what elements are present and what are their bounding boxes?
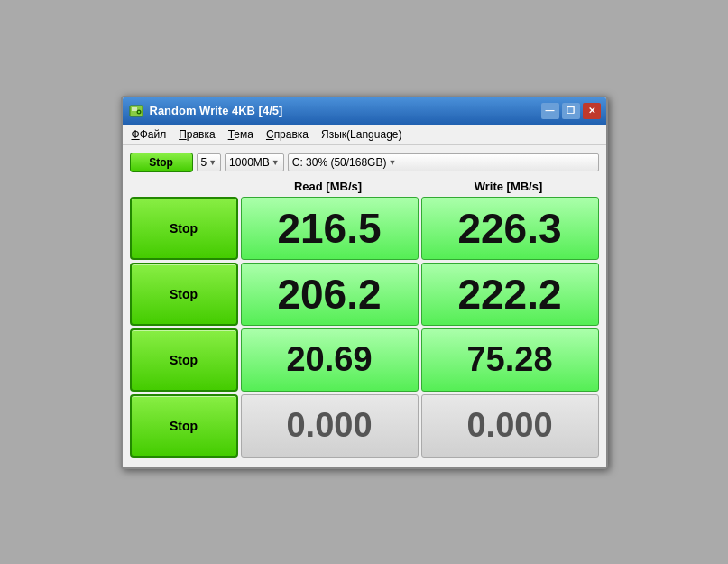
write-dec-1: .3 (527, 204, 561, 253)
menu-help[interactable]: Справка (261, 126, 314, 143)
read-int-4: 0 (286, 406, 305, 445)
read-dec-2: .2 (346, 270, 381, 319)
title-buttons: — ❐ ✕ (541, 103, 601, 119)
grid-header: Read [MB/s] Write [MB/s] (130, 178, 599, 195)
write-value-1: 226.3 (421, 197, 599, 260)
menu-bar: ФФайл Правка Тема Справка Язык(Language) (123, 125, 606, 145)
stop-button-1[interactable]: Stop (130, 197, 238, 260)
data-row-4: Stop 0.000 0.000 (130, 394, 599, 458)
read-value-1: 216.5 (241, 197, 419, 260)
menu-language[interactable]: Язык(Language) (316, 126, 407, 143)
write-int-1: 226 (457, 204, 527, 253)
read-int-1: 216 (277, 204, 346, 253)
minimize-button[interactable]: — (541, 103, 559, 119)
write-value-3: 75.28 (421, 328, 599, 392)
write-dec-4: .000 (486, 406, 553, 445)
read-dec-3: .69 (325, 340, 373, 379)
write-header: Write [MB/s] (419, 178, 599, 195)
drive-select[interactable]: C: 30% (50/168GB) ▼ (288, 153, 599, 171)
stop-button-2[interactable]: Stop (130, 263, 238, 326)
menu-theme[interactable]: Тема (223, 126, 259, 143)
read-dec-1: .5 (346, 204, 381, 253)
title-bar-left: Random Write 4KB [4/5] (128, 103, 283, 119)
count-arrow-icon: ▼ (208, 158, 217, 167)
count-select[interactable]: 5 ▼ (197, 153, 222, 171)
stop-button-3[interactable]: Stop (130, 328, 238, 392)
write-value-2: 222.2 (421, 263, 599, 326)
svg-point-3 (138, 111, 140, 113)
read-value-2: 206.2 (241, 263, 419, 326)
read-int-2: 206 (277, 270, 346, 319)
write-int-4: 0 (466, 406, 485, 445)
data-row-1: Stop 216.5 226.3 (130, 197, 599, 260)
spacer-header (130, 178, 238, 195)
menu-file[interactable]: ФФайл (126, 126, 172, 143)
maximize-button[interactable]: ❐ (562, 103, 580, 119)
main-window: Random Write 4KB [4/5] — ❐ ✕ ФФайл Правк… (121, 96, 608, 469)
write-dec-2: .2 (527, 270, 561, 319)
title-bar: Random Write 4KB [4/5] — ❐ ✕ (123, 97, 606, 125)
data-row-2: Stop 206.2 222.2 (130, 263, 599, 326)
read-value-3: 20.69 (241, 328, 419, 392)
toolbar: Stop 5 ▼ 1000MB ▼ C: 30% (50/168GB) ▼ (130, 153, 599, 172)
read-dec-4: .000 (306, 406, 373, 445)
write-dec-3: .28 (505, 340, 553, 379)
menu-edit[interactable]: Правка (173, 126, 221, 143)
data-row-3: Stop 20.69 75.28 (130, 328, 599, 392)
write-value-4: 0.000 (421, 394, 599, 458)
window-title: Random Write 4KB [4/5] (150, 104, 283, 117)
close-button[interactable]: ✕ (583, 103, 601, 119)
stop-button-4[interactable]: Stop (130, 394, 238, 458)
content-area: Stop 5 ▼ 1000MB ▼ C: 30% (50/168GB) ▼ Re… (123, 145, 606, 467)
write-int-2: 222 (457, 270, 527, 319)
read-value-4: 0.000 (241, 394, 419, 458)
svg-rect-1 (132, 107, 137, 111)
drive-arrow-icon: ▼ (388, 158, 396, 167)
read-int-3: 20 (286, 340, 324, 379)
toolbar-stop-button[interactable]: Stop (130, 153, 193, 172)
disk-icon (128, 103, 144, 119)
read-header: Read [MB/s] (238, 178, 419, 195)
size-select[interactable]: 1000MB ▼ (225, 153, 284, 171)
size-arrow-icon: ▼ (272, 158, 280, 167)
write-int-3: 75 (466, 340, 504, 379)
